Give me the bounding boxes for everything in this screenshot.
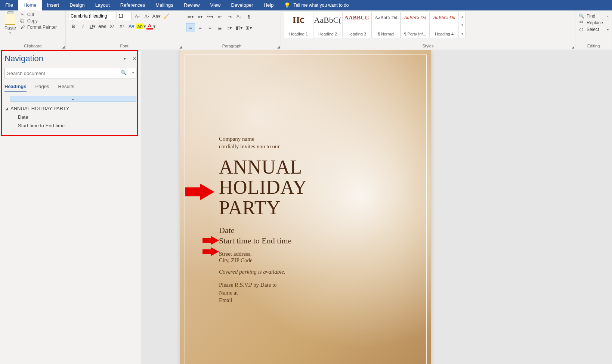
chevron-up-icon[interactable]: ▴ bbox=[459, 12, 465, 21]
shrink-font-button[interactable]: A▾ bbox=[143, 12, 151, 20]
replace-button[interactable]: ᵃᵇReplace bbox=[578, 20, 609, 25]
font-color-button[interactable]: A▾ bbox=[146, 22, 155, 31]
font-size-input[interactable] bbox=[117, 12, 132, 20]
copy-button[interactable]: ⿻Copy bbox=[20, 18, 57, 24]
parking-text[interactable]: Covered parking is available. bbox=[219, 269, 416, 275]
italic-button[interactable]: I bbox=[78, 22, 87, 31]
company-text[interactable]: Company name cordially invites you to ou… bbox=[219, 135, 416, 150]
close-icon[interactable]: ✕ bbox=[133, 56, 136, 61]
heading-date[interactable]: Date bbox=[219, 225, 416, 235]
more-icon[interactable]: ▾ bbox=[459, 29, 465, 38]
justify-button[interactable]: ≣ bbox=[215, 23, 224, 32]
tab-insert[interactable]: Insert bbox=[42, 0, 65, 10]
tab-references[interactable]: References bbox=[115, 0, 150, 10]
group-paragraph: ≣▾ ≡▾ ☷▾ ⇤ ⇥ A↓ ¶ ≡ ≡ ≡ ≣ ↕▾ ◧▾ ⊞▾ Parag… bbox=[183, 10, 281, 50]
cut-button[interactable]: ✂Cut bbox=[20, 12, 57, 17]
group-label-clipboard: Clipboard bbox=[3, 44, 62, 49]
group-font: A▴ A▾ Aa▾ 🧹 B I U▾ abc X2 X2 A▾ ab▾ A▾ F… bbox=[66, 10, 183, 50]
superscript-button[interactable]: X2 bbox=[117, 22, 126, 31]
heading-tree: ◢ ANNUAL HOLIDAY PARTY Date Start time t… bbox=[4, 104, 136, 130]
heading-time[interactable]: Start time to End time bbox=[219, 236, 416, 246]
dialog-launcher-icon[interactable]: ◢ bbox=[62, 45, 65, 49]
shading-button[interactable]: ◧▾ bbox=[235, 23, 244, 32]
decrease-indent-button[interactable]: ⇤ bbox=[215, 12, 224, 21]
underline-button[interactable]: U▾ bbox=[88, 22, 97, 31]
font-name-input[interactable] bbox=[69, 12, 115, 20]
address-text[interactable]: Street address, City, ZIP Code bbox=[219, 251, 416, 264]
tab-results[interactable]: Results bbox=[58, 84, 74, 92]
format-painter-button[interactable]: 🖌Format Painter bbox=[20, 25, 57, 30]
tab-design[interactable]: Design bbox=[64, 0, 90, 10]
style-normal[interactable]: AaBbCcDd ¶ Normal bbox=[371, 12, 401, 38]
line-spacing-button[interactable]: ↕▾ bbox=[225, 23, 234, 32]
tab-developer[interactable]: Developer bbox=[226, 0, 258, 10]
search-input[interactable] bbox=[4, 68, 136, 78]
multilevel-list-button[interactable]: ☷▾ bbox=[205, 12, 214, 21]
align-right-button[interactable]: ≡ bbox=[205, 23, 214, 32]
chevron-down-icon[interactable]: ▾ bbox=[459, 21, 465, 29]
tab-review[interactable]: Review bbox=[179, 0, 205, 10]
tab-help[interactable]: Help bbox=[259, 0, 279, 10]
main-area: Navigation ▾ ✕ 🔍 ▾ Headings Pages Result… bbox=[0, 50, 612, 364]
chevron-down-icon[interactable]: ▾ bbox=[132, 71, 134, 75]
bullets-button[interactable]: ≣▾ bbox=[186, 12, 195, 21]
style-heading2[interactable]: AaBbC( Heading 2 bbox=[313, 12, 342, 38]
tab-pages[interactable]: Pages bbox=[35, 84, 49, 92]
style-heading3[interactable]: AABBCC Heading 3 bbox=[342, 12, 371, 38]
strikethrough-button[interactable]: abc bbox=[98, 22, 107, 31]
tab-mailings[interactable]: Mailings bbox=[150, 0, 179, 10]
find-button[interactable]: 🔍Find▾ bbox=[578, 13, 609, 19]
nav-search: 🔍 ▾ bbox=[4, 68, 136, 78]
document-title[interactable]: ANNUAL HOLIDAY PARTY bbox=[219, 157, 416, 218]
brush-icon: 🖌 bbox=[20, 25, 25, 30]
paste-button[interactable]: Paste ▾ bbox=[3, 12, 18, 35]
svg-marker-8 bbox=[203, 247, 219, 256]
show-hide-button[interactable]: ¶ bbox=[244, 12, 253, 21]
align-center-button[interactable]: ≡ bbox=[196, 23, 205, 32]
clear-formatting-button[interactable]: 🧹 bbox=[162, 12, 170, 20]
align-left-button[interactable]: ≡ bbox=[186, 23, 195, 32]
style-heading1[interactable]: Hᴄ Heading 1 bbox=[284, 12, 313, 38]
style-party-info[interactable]: AaBbCcDd ¶ Party Inf... bbox=[401, 12, 430, 38]
nav-tabs: Headings Pages Results bbox=[4, 84, 136, 92]
dialog-launcher-icon[interactable]: ◢ bbox=[572, 45, 574, 49]
triangle-down-icon[interactable]: ◢ bbox=[5, 106, 8, 111]
subscript-button[interactable]: X2 bbox=[108, 22, 117, 31]
grow-font-button[interactable]: A▴ bbox=[133, 12, 141, 20]
tab-layout[interactable]: Layout bbox=[90, 0, 115, 10]
tell-me[interactable]: 💡 Tell me what you want to do bbox=[279, 0, 349, 10]
dialog-launcher-icon[interactable]: ◢ bbox=[179, 45, 182, 49]
rsvp-text[interactable]: Please R.S.V.P by Date to Name at Email bbox=[219, 281, 416, 304]
heading-item-h1[interactable]: ◢ ANNUAL HOLIDAY PARTY bbox=[4, 104, 136, 113]
style-heading4[interactable]: AaBbCcDd Heading 4 bbox=[430, 12, 459, 38]
change-case-button[interactable]: Aa▾ bbox=[152, 12, 161, 20]
style-preview: AaBbC( bbox=[314, 15, 341, 25]
tell-me-label: Tell me what you want to do bbox=[293, 3, 349, 8]
numbering-button[interactable]: ≡▾ bbox=[196, 12, 205, 21]
collapse-bar[interactable]: – bbox=[10, 96, 136, 102]
tab-file[interactable]: File bbox=[0, 0, 18, 10]
sort-button[interactable]: A↓ bbox=[235, 12, 244, 21]
copy-icon: ⿻ bbox=[20, 18, 25, 24]
heading-item-h2[interactable]: Start time to End time bbox=[4, 121, 136, 130]
highlight-button[interactable]: ab▾ bbox=[137, 22, 146, 31]
bold-button[interactable]: B bbox=[69, 22, 78, 31]
document-page[interactable]: Company name cordially invites you to ou… bbox=[180, 50, 431, 364]
tab-headings[interactable]: Headings bbox=[4, 84, 27, 92]
style-gallery-scroll[interactable]: ▴ ▾ ▾ bbox=[459, 12, 466, 38]
select-button[interactable]: ⭯Select▾ bbox=[578, 27, 609, 32]
text-effects-button[interactable]: A▾ bbox=[127, 22, 136, 31]
tab-home[interactable]: Home bbox=[18, 0, 42, 10]
borders-button[interactable]: ⊞▾ bbox=[244, 23, 253, 32]
heading-item-h2[interactable]: Date bbox=[4, 113, 136, 121]
replace-label: Replace bbox=[587, 20, 603, 25]
chevron-down-icon[interactable]: ▾ bbox=[124, 56, 126, 61]
increase-indent-button[interactable]: ⇥ bbox=[225, 12, 234, 21]
dialog-launcher-icon[interactable]: ◢ bbox=[277, 45, 280, 49]
search-icon[interactable]: 🔍 bbox=[121, 70, 127, 75]
page-content: Company name cordially invites you to ou… bbox=[219, 135, 416, 304]
tab-view[interactable]: View bbox=[205, 0, 226, 10]
annotation-arrow bbox=[203, 247, 219, 257]
group-label-font: Font bbox=[69, 44, 180, 49]
navigation-pane: Navigation ▾ ✕ 🔍 ▾ Headings Pages Result… bbox=[0, 50, 141, 364]
